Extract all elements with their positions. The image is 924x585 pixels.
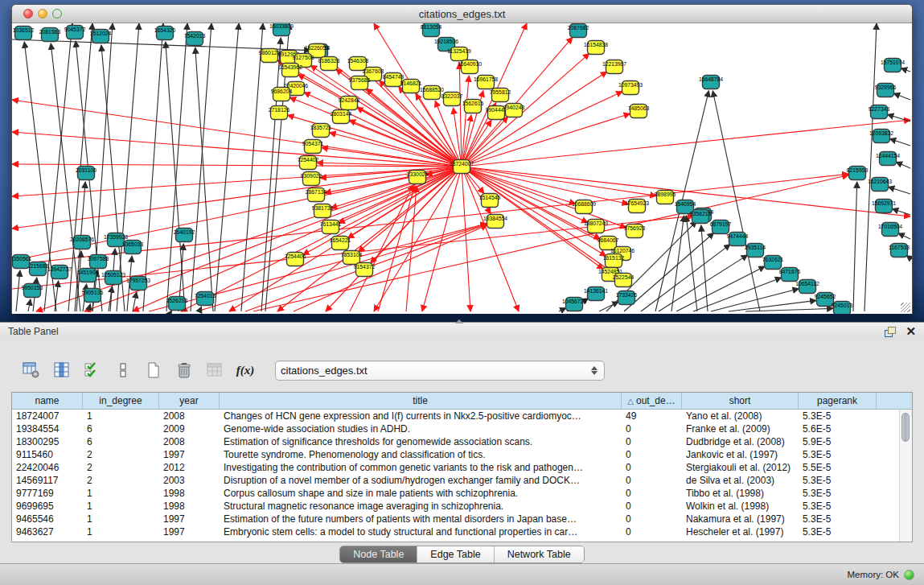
table-cell[interactable]: 1 [83,513,159,525]
table-cell[interactable]: 19384554 [12,423,83,435]
graph-node[interactable]: 12093832 [869,130,893,143]
graph-node[interactable]: 6879197 [710,220,732,234]
table-selector-dropdown[interactable]: citations_edges.txt [275,360,605,381]
table-cell[interactable]: 5.6E-5 [799,423,877,435]
table-cell[interactable]: 2009 [159,423,220,435]
graph-node[interactable]: 11325419 [447,47,471,61]
table-cell[interactable]: Corpus callosum shape and size in male p… [220,488,622,499]
column-header-out_de[interactable]: △out_de… [622,393,682,409]
graph-node[interactable]: 8215953 [847,167,869,180]
table-cell[interactable]: 5.3E-5 [799,475,877,486]
graph-node[interactable]: 1835721 [310,124,332,138]
table-row[interactable]: 1938455462009Genome-wide association stu… [12,422,912,435]
graph-node[interactable]: 9054371 [302,140,324,154]
graph-node[interactable]: 1512024 [90,30,112,43]
graph-node[interactable]: 1615132 [603,254,625,268]
graph-node[interactable]: 20206576 [70,236,94,249]
table-cell[interactable]: 2 [83,475,159,486]
graph-node[interactable]: 10456723 [562,298,586,311]
table-cell[interactable]: Genome-wide association studies in ADHD. [220,423,622,435]
graph-node[interactable]: 16210643 [868,178,892,192]
graph-node[interactable]: 10654112 [795,280,819,294]
graph-node[interactable]: 2522544 [613,274,634,287]
table-cell[interactable]: 5.3E-5 [799,410,877,422]
graph-node[interactable]: 7632621 [762,256,784,270]
table-cell[interactable]: 2008 [159,436,220,447]
table-cell[interactable]: Changes of HCN gene expression and I(f) … [220,410,622,422]
graph-node[interactable]: 2330029 [407,171,429,184]
table-cell[interactable]: de Silva et al. (2003) [682,475,799,486]
table-options-button[interactable] [19,358,43,382]
graph-node[interactable]: 14136141 [584,287,608,301]
table-cell[interactable]: 2012 [159,462,220,473]
graph-node[interactable]: 7254406 [285,253,306,266]
table-row[interactable]: 1830029562008Estimation of significance … [12,435,912,448]
table-cell[interactable]: 0 [622,526,682,538]
table-cell[interactable]: Tibbo et al. (1998) [682,488,799,499]
graph-node[interactable]: 9756928 [624,225,646,238]
tab-edge-table[interactable]: Edge Table [417,546,494,562]
table-cell[interactable]: Disruption of a novel member of a sodium… [220,475,622,486]
graph-node[interactable]: 1654221 [330,237,351,250]
table-cell[interactable]: Yano et al. (2008) [682,410,799,422]
graph-node[interactable]: 5905135 [82,289,104,303]
table-row[interactable]: 911546021997Tourette syndrome. Phenomeno… [12,448,912,461]
graph-node[interactable]: 1065033 [122,241,144,254]
table-row[interactable]: 2242004622012Investigating the contribut… [12,461,912,474]
table-cell[interactable]: 5.3E-5 [799,526,877,538]
graph-node[interactable]: 16961758 [474,76,498,89]
graph-node[interactable]: 9375685 [349,76,371,90]
table-cell[interactable]: 6 [83,423,159,435]
table-cell[interactable]: 9777169 [12,488,83,499]
graph-node[interactable]: 9686204 [271,88,293,101]
graph-node[interactable]: 10973493 [618,81,643,95]
column-header-short[interactable]: short [682,393,799,409]
graph-node[interactable]: 9898995 [655,191,676,204]
graph-node[interactable]: 17957253 [126,277,150,290]
table-cell[interactable]: Embryonic stem cells: a model to study s… [220,526,622,538]
graph-node[interactable]: 7542013 [184,32,206,46]
table-cell[interactable]: Franke et al. (2009) [682,423,799,435]
function-builder-button[interactable]: f(x) [233,358,257,382]
graph-node[interactable]: 16543962 [278,64,302,77]
table-cell[interactable]: 1997 [159,513,220,525]
table-cell[interactable]: 9463627 [12,526,83,538]
graph-node[interactable]: 9358215 [690,210,712,224]
graph-node[interactable]: 8350561 [12,255,31,269]
table-cell[interactable]: Jankovic et al. (1997) [682,449,799,460]
graph-node[interactable]: 2718126 [269,106,290,120]
table-cell[interactable]: 5.9E-5 [799,436,877,447]
select-rows-button[interactable] [80,358,105,382]
delete-column-button[interactable] [172,358,196,382]
minimize-window-icon[interactable] [38,9,47,19]
graph-node[interactable]: 9860128 [259,49,281,63]
graph-node[interactable]: 7940248 [503,104,525,117]
close-window-icon[interactable] [23,9,33,19]
graph-node[interactable]: 2867134 [306,188,327,202]
graph-node[interactable]: 9227343 [869,105,890,119]
table-cell[interactable]: 49 [622,410,682,422]
table-cell[interactable]: 1 [83,488,159,499]
graph-node[interactable]: 1167533 [889,244,910,257]
graph-node[interactable]: 9329966 [875,84,897,97]
graph-node[interactable]: 9154372 [354,263,376,277]
table-cell[interactable]: 1997 [159,449,220,460]
table-cell[interactable]: 14569117 [12,475,83,486]
graph-node[interactable]: 1654320 [154,27,176,40]
graph-node[interactable]: 2803144 [331,110,352,124]
graph-node[interactable]: 12213967 [602,60,626,74]
table-cell[interactable]: 1997 [159,526,220,538]
table-cell[interactable]: 0 [622,513,682,525]
table-cell[interactable]: 0 [622,475,682,486]
column-header-title[interactable]: title [220,393,622,409]
table-cell[interactable]: 0 [622,436,682,447]
table-cell[interactable]: 5.3E-5 [799,501,877,512]
graph-node[interactable]: 8186328 [318,57,340,71]
memory-status-icon[interactable] [904,570,914,580]
table-cell[interactable]: 2003 [159,475,220,486]
graph-node[interactable]: 9045372 [64,26,86,39]
table-cell[interactable]: 2 [83,462,159,473]
graph-node[interactable]: 2087682 [568,24,589,38]
table-cell[interactable]: 5.3E-5 [799,449,877,460]
window-titlebar[interactable]: citations_edges.txt [12,5,912,23]
